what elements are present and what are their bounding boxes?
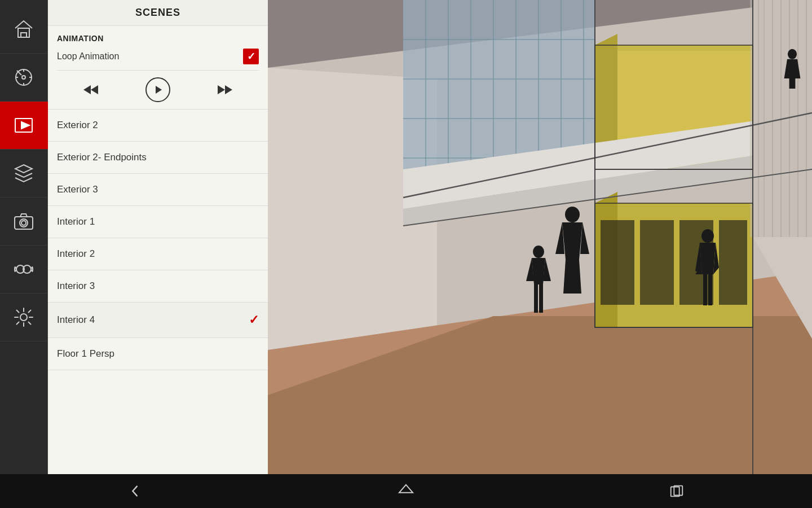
rewind-button[interactable] [78,77,103,102]
sidebar-item-measure[interactable] [0,54,48,102]
svg-rect-85 [703,274,707,305]
scenes-header: SCENES [48,0,268,26]
scene-name: Exterior 2 [57,120,98,131]
svg-marker-99 [399,485,413,493]
main-area: SCENES ANIMATION Loop Animation [0,0,812,474]
svg-marker-22 [218,85,225,94]
svg-marker-19 [83,85,91,94]
svg-rect-67 [792,78,795,89]
app-container: SCENES ANIMATION Loop Animation [0,0,812,508]
loop-animation-row: Loop Animation [57,49,259,71]
scene-name: Floor 1 Persp [57,348,114,360]
viewport[interactable] [268,0,812,474]
svg-marker-69 [562,222,582,260]
scene-item-exterior2[interactable]: Exterior 2 [48,110,268,142]
svg-rect-86 [708,274,712,305]
sidebar-item-settings[interactable] [0,294,48,341]
recents-button[interactable] [654,477,699,505]
svg-rect-50 [640,220,674,305]
scene-name: Interior 4 [57,314,95,326]
sidebar-item-camera[interactable] [0,198,48,246]
back-button[interactable] [113,477,158,505]
scene-name: Interior 3 [57,281,95,292]
scene-item-floor1persp[interactable]: Floor 1 Persp [48,338,268,370]
svg-marker-23 [225,85,232,94]
svg-rect-1 [21,33,27,37]
svg-point-14 [21,221,26,225]
loop-animation-checkbox[interactable] [243,49,259,64]
scene-name: Interior 2 [57,248,95,260]
fastforward-button[interactable] [213,77,237,102]
scene-item-exterior3[interactable]: Exterior 3 [48,174,268,206]
svg-point-7 [22,76,25,79]
sidebar-item-layers[interactable] [0,150,48,198]
svg-marker-81 [700,243,716,274]
animation-section: ANIMATION Loop Animation [48,26,268,110]
nav-bar [0,474,812,508]
svg-rect-79 [539,284,543,313]
home-button[interactable] [383,477,429,505]
scenes-title: SCENES [135,7,180,18]
svg-rect-49 [601,220,634,305]
svg-point-80 [701,229,714,243]
scene-item-exterior2ep[interactable]: Exterior 2- Endpoints [48,142,268,174]
loop-animation-text: Loop Animation [57,51,119,62]
scene-item-interior3[interactable]: Interior 3 [48,270,268,303]
scene-name: Exterior 3 [57,184,98,195]
sidebar-item-home[interactable] [0,6,48,54]
svg-point-62 [788,49,797,59]
scenes-panel: SCENES ANIMATION Loop Animation [48,0,268,474]
svg-point-18 [20,314,27,321]
svg-marker-20 [91,85,98,94]
svg-marker-21 [156,86,162,94]
scene-item-interior2[interactable]: Interior 2 [48,238,268,270]
svg-marker-11 [15,165,32,173]
svg-rect-78 [534,284,538,313]
icon-bar [0,0,48,474]
animation-label: ANIMATION [57,34,259,43]
svg-point-68 [565,207,580,222]
svg-rect-52 [719,220,747,305]
playback-controls [57,71,259,106]
svg-rect-66 [789,78,792,89]
scene-name: Exterior 2- Endpoints [57,152,147,163]
svg-marker-61 [750,0,812,237]
sidebar-item-scenes[interactable] [0,102,48,150]
scenes-list: Exterior 2 Exterior 2- Endpoints Exterio… [48,110,268,474]
svg-marker-10 [21,122,29,129]
scene-item-interior1[interactable]: Interior 1 [48,206,268,238]
scene-item-interior4[interactable]: Interior 4 ✓ [48,303,268,338]
play-button[interactable] [145,77,170,102]
scene-name: Interior 1 [57,216,95,227]
sidebar-item-vr[interactable] [0,246,48,294]
svg-point-74 [533,246,544,258]
scene-checkmark: ✓ [249,313,259,327]
